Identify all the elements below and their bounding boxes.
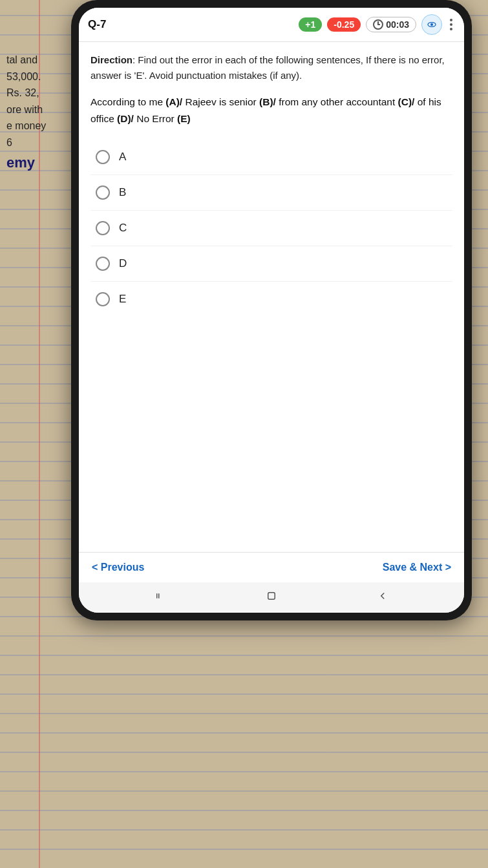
- left-text-highlight: emy: [6, 151, 71, 174]
- option-e-label: E: [119, 293, 126, 306]
- navigation-bar: < Previous Save & Next >: [79, 552, 464, 582]
- more-dot-3: [450, 28, 452, 30]
- radio-e[interactable]: [96, 292, 110, 306]
- phone-screen: Q-7 +1 -0.25 00:03 Direction: F: [79, 8, 464, 613]
- option-d-label: D: [119, 257, 127, 270]
- left-text-line1: tal and: [6, 52, 71, 69]
- android-recents-button[interactable]: [377, 590, 388, 605]
- question-content: Direction: Find out the error in each of…: [79, 42, 464, 552]
- question-text: According to me (A)/ Rajeev is senior (B…: [90, 94, 452, 127]
- radio-a[interactable]: [96, 150, 110, 164]
- option-d[interactable]: D: [90, 246, 452, 282]
- left-text-line2: 53,000.: [6, 69, 71, 85]
- left-text-line3: Rs. 32,: [6, 85, 71, 101]
- option-c[interactable]: C: [90, 211, 452, 246]
- clock-icon: [373, 19, 383, 30]
- option-b-label: B: [119, 186, 126, 199]
- option-b[interactable]: B: [90, 175, 452, 211]
- more-dot-2: [450, 23, 452, 26]
- left-text-line5: e money: [6, 118, 71, 134]
- option-a[interactable]: A: [90, 140, 452, 175]
- direction-text: Direction: Find out the error in each of…: [90, 52, 452, 83]
- svg-point-1: [430, 23, 433, 26]
- left-side-text: tal and 53,000. Rs. 32, ore with e money…: [0, 52, 71, 174]
- left-text-line6: 6: [6, 134, 71, 151]
- android-nav-bar: [79, 582, 464, 613]
- more-dot-1: [450, 19, 452, 21]
- radio-b[interactable]: [96, 185, 110, 200]
- option-e[interactable]: E: [90, 282, 452, 317]
- svg-rect-4: [268, 593, 275, 600]
- options-list: A B C D E: [90, 140, 452, 317]
- timer-display: 00:03: [366, 17, 416, 32]
- radio-c[interactable]: [96, 221, 110, 235]
- radio-d[interactable]: [96, 257, 110, 271]
- plus-badge: +1: [299, 17, 322, 32]
- more-options-button[interactable]: [447, 16, 455, 33]
- save-next-button[interactable]: Save & Next >: [383, 562, 451, 573]
- option-a-label: A: [119, 151, 126, 164]
- eye-button[interactable]: [421, 14, 442, 35]
- timer-value: 00:03: [386, 19, 409, 30]
- minus-badge: -0.25: [327, 17, 361, 32]
- direction-label: Direction: [90, 54, 133, 65]
- option-c-label: C: [119, 222, 127, 235]
- left-text-line4: ore with: [6, 101, 71, 118]
- top-bar: Q-7 +1 -0.25 00:03: [79, 8, 464, 42]
- question-number: Q-7: [88, 18, 106, 31]
- phone-frame: Q-7 +1 -0.25 00:03 Direction: F: [71, 0, 472, 620]
- android-home-button[interactable]: [266, 590, 277, 605]
- direction-body: : Find out the error in each of the foll…: [90, 54, 445, 81]
- android-back-button[interactable]: [154, 590, 166, 605]
- previous-button[interactable]: < Previous: [92, 562, 144, 573]
